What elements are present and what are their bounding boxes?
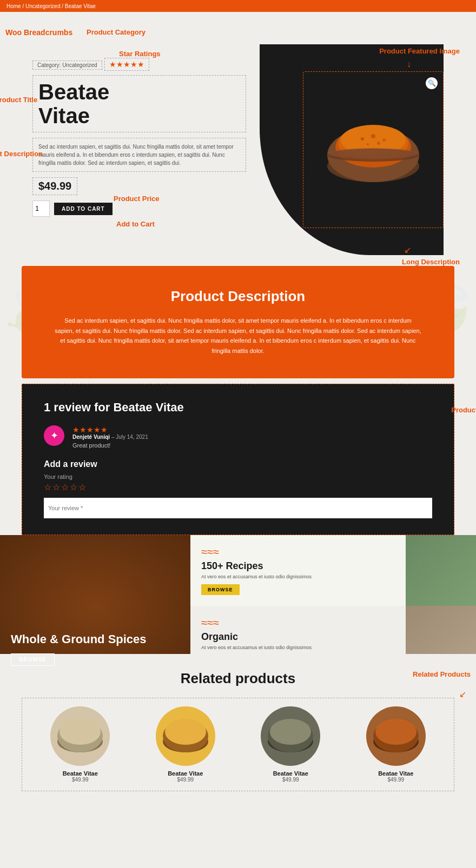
product-right-column: Product Featured Image ↓ 🔍 [246,44,444,239]
reviews-title: 1 review for Beatae Vitae [44,400,432,415]
annotation-short-description: Short Description [0,150,43,158]
add-to-cart-button[interactable]: ADD TO CART [54,203,113,215]
related-product-price-1: $49.99 [30,777,130,783]
related-product-item-4[interactable]: Beatae Vitae $49.99 [346,706,446,783]
related-product-name-1: Beatae Vitae [30,770,130,777]
rating-label: Your rating [44,473,432,480]
reviewer-avatar: ✦ [44,425,64,446]
svg-point-7 [382,138,386,142]
annotation-add-to-cart: Add to Cart [116,220,155,228]
promo-banners: Whole & Ground Spices BROWSE ≈≈≈ 150+ Re… [0,535,476,654]
review-text-input[interactable] [44,498,432,518]
related-product-name-3: Beatae Vitae [241,770,341,777]
related-products-section: Related Products ↙ Related products Beat… [0,654,476,807]
related-product-image-3 [261,706,320,766]
top-bar: Home / Uncategorized / Beatae Vitae [0,0,476,12]
product-featured-image [319,96,427,204]
long-description-body: Sed ac interdum sapien, et sagittis dui.… [55,316,421,356]
stars-display: ★★★★★ [109,60,144,69]
long-description-section: Product Description Sed ac interdum sapi… [22,266,454,378]
annotation-product-title: Product Title [0,96,37,104]
review-content: ★★★★★ Denjeté Vuniqi – July 14, 2021 Gre… [72,425,148,449]
review-item: ✦ ★★★★★ Denjeté Vuniqi – July 14, 2021 G… [44,425,432,449]
svg-point-23 [375,719,416,745]
svg-point-6 [371,134,375,138]
long-description-arrow: ↙ [404,245,411,255]
annotation-star-ratings: Star Ratings [119,50,161,58]
svg-point-20 [270,719,311,745]
svg-point-9 [377,142,380,145]
add-to-cart-row: ADD TO CART [32,201,246,217]
annotation-long-description: Long Description [402,258,460,266]
featured-image-container: 🔍 [303,71,444,228]
related-product-price-2: $49.99 [136,777,236,783]
review-meta: Denjeté Vuniqi – July 14, 2021 [72,434,148,440]
promo-top-right: ≈≈≈ 150+ Recipes At vero eos et accusamu… [190,535,476,606]
add-review-section: Add a review Your rating ☆☆☆☆☆ [44,459,432,518]
quantity-input[interactable] [32,201,50,217]
short-description-text: Sed ac interdum sapien, et sagittis dui.… [38,143,240,167]
related-product-image-1 [50,706,110,766]
svg-point-5 [361,137,364,141]
related-product-price-4: $49.99 [346,777,446,783]
related-product-item-2[interactable]: Beatae Vitae $49.99 [136,706,236,783]
review-stars: ★★★★★ [72,425,148,434]
related-product-item-3[interactable]: Beatae Vitae $49.99 [241,706,341,783]
promo-left-banner: Whole & Ground Spices BROWSE [0,535,190,677]
related-products-title: Related products [22,670,454,687]
breadcrumb: Home / Uncategorized / Beatae Vitae [6,3,96,9]
product-category-badge: Category: Uncategorized [32,61,102,70]
annotation-product-reviews: Product Reviews [451,406,476,414]
promo-left-browse-button[interactable]: BROWSE [11,653,55,666]
product-section: Woo Breadcrumbs Product Category Star Ra… [0,12,476,807]
svg-point-11 [328,148,418,159]
related-product-item-1[interactable]: Beatae Vitae $49.99 [30,706,130,783]
annotation-related-products: Related Products [413,670,471,678]
featured-image-arrow: ↓ [407,59,411,69]
magnify-icon[interactable]: 🔍 [426,77,438,89]
related-product-name-4: Beatae Vitae [346,770,446,777]
annotation-product-category: Product Category [87,28,146,36]
related-product-image-2 [156,706,215,766]
related-product-name-2: Beatae Vitae [136,770,236,777]
promo-top-image [406,535,476,606]
annotation-featured-image: Product Featured Image [379,47,460,55]
product-title: BeataeVitae [38,80,240,128]
product-left-column: Product Category Star Ratings Product Ti… [32,44,246,239]
related-product-price-3: $49.99 [241,777,341,783]
svg-point-17 [165,719,206,745]
product-title-box: BeataeVitae [32,75,246,132]
annotation-product-price: Product Price [114,195,160,203]
add-review-title: Add a review [44,459,432,469]
price-box: $49.99 [32,177,77,195]
related-products-arrow: ↙ [459,689,466,699]
related-product-image-4 [366,706,426,766]
svg-point-14 [60,719,101,745]
svg-point-8 [367,143,369,145]
long-description-title: Product Description [55,288,421,305]
reviews-section: Product Reviews ← 1 review for Beatae Vi… [22,384,454,535]
review-text: Great product! [72,442,148,449]
short-description-box: Sed ac interdum sapien, et sagittis dui.… [32,138,246,172]
promo-left-title: Whole & Ground Spices [11,632,180,646]
star-ratings: ★★★★★ [104,58,149,71]
related-products-grid: Beatae Vitae $49.99 Beatae Vitae $49.99 … [22,698,454,791]
product-price: $49.99 [38,180,71,192]
promo-top-browse-button[interactable]: BROWSE [201,584,240,595]
rating-stars-input[interactable]: ☆☆☆☆☆ [44,482,432,492]
